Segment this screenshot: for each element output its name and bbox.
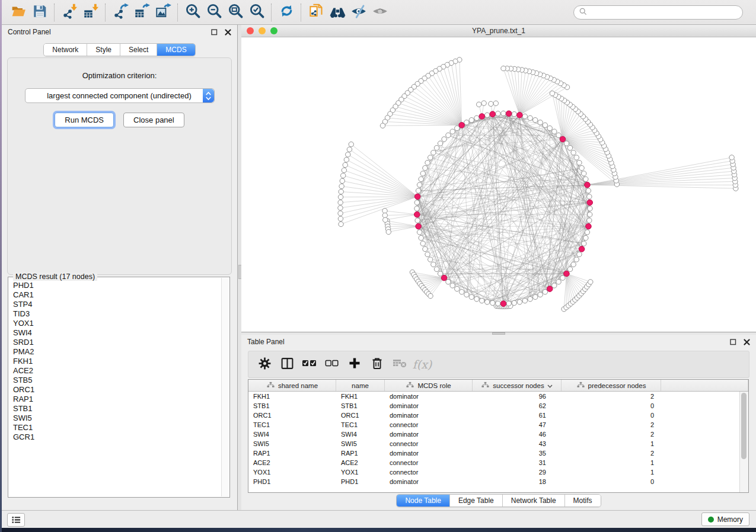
network-node[interactable] <box>417 182 422 187</box>
table-row[interactable]: YOX1YOX1connector291 <box>248 467 748 477</box>
network-node[interactable] <box>340 173 345 178</box>
search-box[interactable] <box>573 5 743 20</box>
mcds-dominator-node[interactable] <box>416 223 422 229</box>
network-node[interactable] <box>464 120 469 124</box>
tab-style[interactable]: Style <box>87 44 120 56</box>
network-node[interactable] <box>415 218 420 223</box>
close-panel-button[interactable]: Close panel <box>123 113 184 127</box>
search-input[interactable] <box>590 8 738 17</box>
mcds-dominator-node[interactable] <box>441 275 447 281</box>
network-node[interactable] <box>338 211 343 216</box>
scrollbar-thumb[interactable] <box>741 393 747 459</box>
network-node[interactable] <box>338 194 343 199</box>
table-row[interactable]: ORC1ORC1dominator610 <box>248 411 748 420</box>
network-window-titlebar[interactable]: YPA_prune.txt_1 <box>241 25 756 37</box>
mcds-result-item[interactable]: PHD1 <box>9 281 222 290</box>
memory-button[interactable]: Memory <box>701 512 749 526</box>
mcds-result-item[interactable]: GCR1 <box>9 432 222 442</box>
table-row[interactable]: FKH1FKH1dominator962 <box>248 392 748 401</box>
network-node[interactable] <box>571 262 576 267</box>
network-node[interactable] <box>434 267 439 271</box>
tab-mcds[interactable]: MCDS <box>157 44 194 56</box>
network-node[interactable] <box>547 126 552 130</box>
network-node[interactable] <box>574 257 579 262</box>
network-node[interactable] <box>339 184 344 188</box>
network-node[interactable] <box>431 262 436 267</box>
network-node[interactable] <box>585 230 589 235</box>
table-settings-button[interactable] <box>254 354 275 374</box>
network-node[interactable] <box>522 298 527 303</box>
network-node[interactable] <box>382 209 387 213</box>
network-node[interactable] <box>552 129 557 134</box>
float-panel-icon[interactable] <box>730 339 736 345</box>
zoom-in-button[interactable] <box>182 2 203 23</box>
table-scrollbar[interactable] <box>739 392 748 492</box>
network-node[interactable] <box>481 101 486 105</box>
network-node[interactable] <box>431 150 436 155</box>
network-node[interactable] <box>490 300 495 305</box>
mcds-result-item[interactable]: ACE2 <box>9 366 222 376</box>
mcds-dominator-node[interactable] <box>517 112 523 118</box>
network-node[interactable] <box>587 218 592 223</box>
network-node[interactable] <box>420 241 425 246</box>
network-node[interactable] <box>343 162 347 167</box>
network-node[interactable] <box>423 165 428 170</box>
network-node[interactable] <box>434 145 439 150</box>
mcds-dominator-node[interactable] <box>459 122 465 128</box>
network-node[interactable] <box>543 123 547 127</box>
network-node[interactable] <box>579 165 584 170</box>
network-node[interactable] <box>552 283 557 288</box>
network-node[interactable] <box>347 147 352 152</box>
mcds-dominator-node[interactable] <box>414 211 420 217</box>
network-node[interactable] <box>459 290 464 294</box>
delete-column-button[interactable] <box>367 354 387 374</box>
mcds-dominator-node[interactable] <box>585 182 591 188</box>
network-node[interactable] <box>438 141 442 146</box>
network-node[interactable] <box>729 155 734 160</box>
optimization-criterion-select[interactable]: largest connected component (undirected) <box>25 88 215 103</box>
import-table-button[interactable] <box>80 2 101 23</box>
network-node[interactable] <box>528 116 532 120</box>
add-column-button[interactable] <box>344 354 365 374</box>
network-node[interactable] <box>450 283 455 288</box>
network-node[interactable] <box>420 171 425 176</box>
table-row[interactable]: TEC1TEC1connector472 <box>248 420 748 430</box>
network-node[interactable] <box>550 91 554 95</box>
network-node[interactable] <box>522 114 527 118</box>
mcds-result-item[interactable]: STB1 <box>9 404 222 414</box>
mcds-dominator-node[interactable] <box>586 223 592 229</box>
network-node[interactable] <box>455 126 460 130</box>
mcds-list-scrollbar[interactable] <box>221 278 229 496</box>
mcds-dominator-node[interactable] <box>560 136 566 142</box>
split-view-button[interactable] <box>277 354 297 374</box>
network-node[interactable] <box>564 141 569 146</box>
network-node[interactable] <box>533 117 538 122</box>
network-node[interactable] <box>417 230 422 235</box>
mcds-dominator-node[interactable] <box>587 200 593 206</box>
mcds-dominator-node[interactable] <box>490 111 496 117</box>
column-header-name[interactable]: name <box>336 380 385 391</box>
network-node[interactable] <box>583 177 588 181</box>
table-tab-node-table[interactable]: Node Table <box>397 495 450 507</box>
network-node[interactable] <box>567 145 572 150</box>
mcds-result-item[interactable]: CAR1 <box>9 290 222 300</box>
table-row[interactable]: ACE2ACE2connector311 <box>248 458 748 467</box>
mcds-dominator-node[interactable] <box>500 301 506 307</box>
column-header-mcds-role[interactable]: MCDS role <box>385 380 473 391</box>
table-tab-network-table[interactable]: Network Table <box>503 495 565 507</box>
network-canvas[interactable] <box>241 37 756 332</box>
network-node[interactable] <box>588 206 592 211</box>
network-node[interactable] <box>338 206 343 210</box>
network-node[interactable] <box>501 66 506 70</box>
table-row[interactable]: RAP1RAP1dominator352 <box>248 448 748 458</box>
network-node[interactable] <box>342 168 346 172</box>
network-node[interactable] <box>517 300 522 305</box>
save-session-button[interactable] <box>29 2 50 23</box>
network-node[interactable] <box>423 246 428 251</box>
mcds-dominator-node[interactable] <box>506 111 512 117</box>
mcds-result-item[interactable]: SWI4 <box>9 328 222 338</box>
tab-select[interactable]: Select <box>120 44 157 56</box>
network-node[interactable] <box>556 133 561 137</box>
network-node[interactable] <box>588 212 592 217</box>
network-node[interactable] <box>574 155 579 160</box>
